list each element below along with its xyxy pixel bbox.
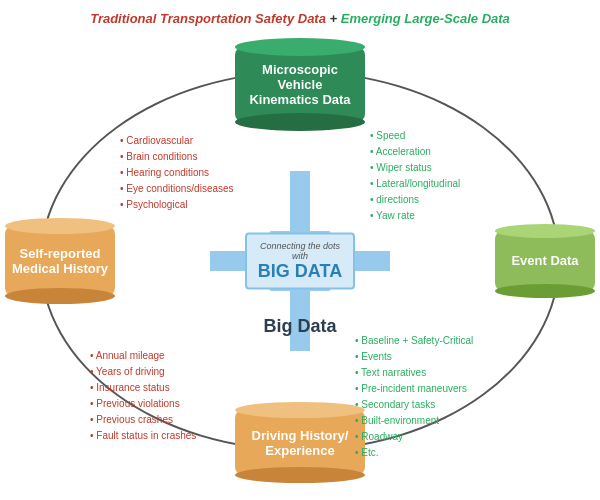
title-plus: + (326, 11, 341, 26)
cylinder-right-cap (495, 224, 595, 238)
cylinder-bottom-label: Driving History/Experience (252, 428, 349, 458)
title-emerging: Emerging Large-Scale Data (341, 11, 510, 26)
cylinder-top-body: MicroscopicVehicleKinematics Data (235, 47, 365, 122)
list-item: Built-environment (355, 413, 473, 429)
cylinder-left-body: Self-reportedMedical History (5, 226, 115, 296)
big-data-label: Big Data (263, 316, 336, 337)
list-top-left: Cardiovascular Brain conditions Hearing … (120, 133, 234, 213)
cylinder-top-cap (235, 38, 365, 56)
connecting-text: Connecting the dots with (257, 240, 343, 260)
title-traditional: Traditional Transportation Safety Data (90, 11, 326, 26)
page-title: Traditional Transportation Safety Data +… (0, 0, 600, 28)
list-item: Events (355, 349, 473, 365)
cylinder-right-body: Event Data (495, 231, 595, 291)
list-item: Previous crashes (90, 412, 196, 428)
list-item: Baseline + Safety-Critical (355, 333, 473, 349)
cylinder-right: Event Data (495, 224, 595, 298)
diagram-container: MicroscopicVehicleKinematics Data Self-r… (0, 33, 600, 488)
cylinder-right-cap-bottom (495, 284, 595, 298)
list-item: Etc. (355, 445, 473, 461)
list-item: Acceleration (370, 144, 460, 160)
cylinder-left-label: Self-reportedMedical History (12, 246, 108, 276)
list-item: Cardiovascular (120, 133, 234, 149)
list-item: Annual mileage (90, 348, 196, 364)
list-item: Text narratives (355, 365, 473, 381)
cylinder-bottom-cap-bottom (235, 467, 365, 483)
list-item: directions (370, 192, 460, 208)
list-item: Brain conditions (120, 149, 234, 165)
cylinder-top-cap-bottom (235, 113, 365, 131)
cylinder-right-label: Event Data (511, 253, 578, 268)
cylinder-left-cap (5, 218, 115, 234)
list-top-right: Speed Acceleration Wiper status Lateral/… (370, 128, 460, 224)
list-item: Wiper status (370, 160, 460, 176)
list-item: Roadway (355, 429, 473, 445)
list-item: Lateral/longitudinal (370, 176, 460, 192)
list-item: Years of driving (90, 364, 196, 380)
list-item: Secondary tasks (355, 397, 473, 413)
list-item: Eye conditions/diseases (120, 181, 234, 197)
cylinder-left: Self-reportedMedical History (5, 218, 115, 304)
list-item: Yaw rate (370, 208, 460, 224)
list-item: Fault status in crashes (90, 428, 196, 444)
cylinder-bottom: Driving History/Experience (235, 402, 365, 483)
cylinder-top: MicroscopicVehicleKinematics Data (235, 38, 365, 131)
cylinder-bottom-body: Driving History/Experience (235, 410, 365, 475)
list-item: Speed (370, 128, 460, 144)
list-item: Previous violations (90, 396, 196, 412)
list-item: Hearing conditions (120, 165, 234, 181)
cylinder-top-label: MicroscopicVehicleKinematics Data (249, 62, 350, 107)
cylinder-bottom-cap (235, 402, 365, 418)
list-bottom-right: Baseline + Safety-Critical Events Text n… (355, 333, 473, 461)
cylinder-left-cap-bottom (5, 288, 115, 304)
center-box: Connecting the dots with BIG DATA (245, 232, 355, 289)
list-item: Insurance status (90, 380, 196, 396)
list-item: Psychological (120, 197, 234, 213)
list-bottom-left: Annual mileage Years of driving Insuranc… (90, 348, 196, 444)
list-item: Pre-incident maneuvers (355, 381, 473, 397)
big-data-text: BIG DATA (257, 260, 343, 281)
